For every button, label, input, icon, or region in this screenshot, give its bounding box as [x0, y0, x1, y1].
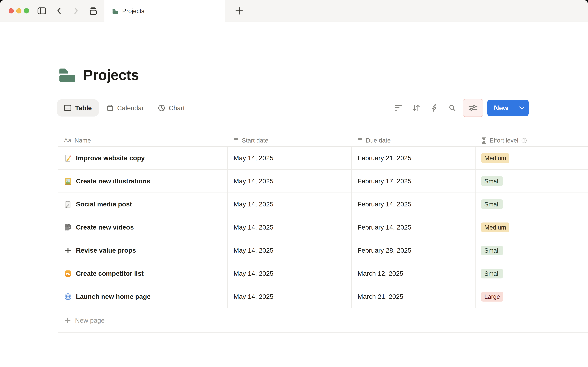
start-date-cell[interactable]: May 14, 2025 [227, 239, 351, 262]
memo-icon [64, 154, 72, 162]
forward-button[interactable] [72, 6, 80, 15]
due-date-cell[interactable]: February 14, 2025 [351, 193, 476, 216]
table-header: Aa Name Start date Due date Effort level [58, 134, 588, 147]
plus-icon [64, 247, 72, 254]
name-cell[interactable]: Create new illustrations [58, 170, 227, 192]
name-cell[interactable]: Revise value props [58, 239, 227, 262]
start-date-cell[interactable]: May 14, 2025 [227, 147, 351, 169]
column-label: Effort level [490, 137, 518, 144]
effort-level-cell[interactable]: Large [476, 285, 588, 308]
start-date-cell[interactable]: May 14, 2025 [227, 262, 351, 285]
table-row[interactable]: Social media post May 14, 2025 February … [58, 193, 588, 216]
folder-icon[interactable] [58, 67, 76, 83]
automation-button[interactable] [430, 103, 439, 113]
name-cell[interactable]: Create competitor list [58, 262, 227, 285]
effort-level-cell[interactable]: Small [476, 239, 588, 262]
folder-icon [112, 8, 119, 14]
name-cell[interactable]: Social media post [58, 193, 227, 216]
view-settings-button[interactable] [463, 99, 484, 117]
name-cell[interactable]: Improve website copy [58, 147, 227, 169]
tab-stack-button[interactable] [89, 6, 98, 15]
projects-table: Aa Name Start date Due date Effort level… [58, 134, 588, 333]
due-date-cell[interactable]: February 14, 2025 [351, 216, 476, 239]
search-button[interactable] [448, 103, 457, 113]
effort-badge: Small [481, 246, 503, 255]
column-header-name[interactable]: Aa Name [58, 134, 227, 146]
row-title: Revise value props [76, 247, 136, 254]
tab-table-view[interactable]: Table [57, 100, 99, 117]
table-row[interactable]: Revise value props May 14, 2025 February… [58, 239, 588, 262]
new-dropdown-button[interactable] [515, 100, 528, 116]
text-aa-icon: Aa [64, 137, 71, 144]
effort-level-cell[interactable]: Small [476, 193, 588, 216]
filter-button[interactable] [393, 103, 403, 113]
view-label: Table [75, 104, 92, 112]
start-date-cell[interactable]: May 14, 2025 [227, 193, 351, 216]
row-title: Create new illustrations [76, 177, 150, 185]
effort-level-cell[interactable]: Small [476, 170, 588, 192]
table-row[interactable]: Improve website copy May 14, 2025 Februa… [58, 147, 588, 170]
new-page-button[interactable]: New page [58, 308, 588, 333]
due-date-cell[interactable]: March 12, 2025 [351, 262, 476, 285]
sort-button[interactable] [411, 103, 421, 113]
column-label: Start date [242, 137, 268, 144]
tab-calendar-view[interactable]: Calendar [107, 104, 144, 112]
view-label: Chart [169, 104, 185, 112]
vs-icon [64, 270, 72, 277]
table-row[interactable]: Create new illustrations May 14, 2025 Fe… [58, 170, 588, 193]
globe-icon [64, 293, 72, 300]
effort-level-cell[interactable]: Medium [476, 147, 588, 169]
start-date-cell[interactable]: May 14, 2025 [227, 170, 351, 192]
close-window-button[interactable] [9, 8, 14, 13]
sidebar-toggle-button[interactable] [37, 6, 46, 15]
due-date-cell[interactable]: March 21, 2025 [351, 285, 476, 308]
page-title[interactable]: Projects [83, 67, 139, 83]
row-title: Launch new home page [76, 293, 150, 300]
effort-badge: Medium [481, 223, 509, 232]
due-date-cell[interactable]: February 17, 2025 [351, 170, 476, 192]
column-header-due-date[interactable]: Due date [351, 134, 476, 146]
effort-level-cell[interactable]: Small [476, 262, 588, 285]
minimize-window-button[interactable] [16, 8, 21, 13]
effort-level-cell[interactable]: Medium [476, 216, 588, 239]
effort-badge: Small [481, 269, 503, 278]
due-date-cell[interactable]: February 28, 2025 [351, 239, 476, 262]
zoom-window-button[interactable] [24, 8, 29, 13]
table-footer: New page [58, 308, 588, 333]
tab-chart-view[interactable]: Chart [158, 104, 185, 112]
table-grid-icon [64, 105, 71, 111]
column-label: Due date [366, 137, 391, 144]
tab-bar: Projects [0, 0, 588, 22]
new-tab-button[interactable] [234, 6, 244, 16]
row-title: Social media post [76, 200, 132, 208]
chevron-down-icon [519, 106, 525, 110]
hourglass-icon [481, 137, 486, 144]
start-date-cell[interactable]: May 14, 2025 [227, 216, 351, 239]
back-button[interactable] [54, 6, 63, 15]
new-button-group: New [487, 100, 528, 116]
table-row[interactable]: Create new videos May 14, 2025 February … [58, 216, 588, 239]
start-date-cell[interactable]: May 14, 2025 [227, 285, 351, 308]
table-row[interactable]: Launch new home page May 14, 2025 March … [58, 285, 588, 308]
spiral-notepad-icon [64, 201, 72, 208]
column-header-start-date[interactable]: Start date [227, 134, 351, 146]
views-toolbar: Table Calendar Chart New [57, 100, 528, 117]
row-title: Create competitor list [76, 270, 144, 277]
app-window: Projects Projects Table Calendar Chart [0, 0, 588, 367]
new-button[interactable]: New [487, 100, 515, 116]
page-header: Projects [58, 65, 588, 85]
due-date-cell[interactable]: February 21, 2025 [351, 147, 476, 169]
name-cell[interactable]: Launch new home page [58, 285, 227, 308]
effort-badge: Small [481, 200, 503, 209]
pie-chart-icon [158, 104, 165, 111]
toolbar: New [385, 99, 528, 117]
info-icon[interactable] [521, 138, 527, 143]
view-label: Calendar [117, 104, 144, 112]
plus-icon [64, 317, 71, 324]
effort-badge: Medium [481, 153, 509, 163]
effort-badge: Large [481, 292, 503, 301]
name-cell[interactable]: Create new videos [58, 216, 227, 239]
tab-projects[interactable]: Projects [104, 0, 225, 22]
table-row[interactable]: Create competitor list May 14, 2025 Marc… [58, 262, 588, 285]
column-header-effort-level[interactable]: Effort level [476, 134, 588, 146]
